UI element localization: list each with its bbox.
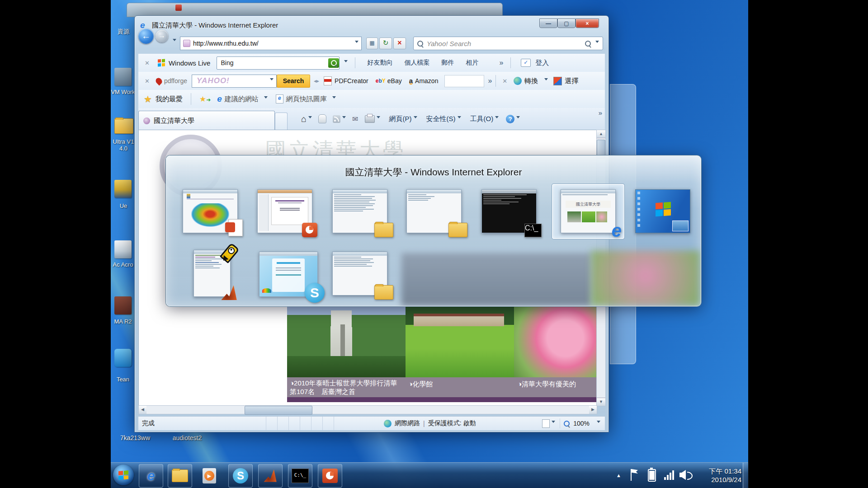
close-toolbar-icon[interactable]: ✕ — [145, 78, 150, 84]
desktop-icon-uestudio[interactable]: Ue — [113, 202, 134, 209]
suggested-sites-button[interactable]: 建議的網站 — [225, 95, 259, 103]
photo-gate[interactable] — [287, 306, 406, 377]
rss-icon[interactable] — [333, 115, 340, 123]
add-favorites-icon[interactable]: ★➜ — [199, 94, 211, 104]
page-menu[interactable]: 網頁(P) — [389, 115, 412, 123]
taskbar-cmd-button[interactable]: C:\_ — [288, 464, 312, 488]
web-slices-dropdown[interactable] — [330, 95, 336, 103]
taskbar-powerpoint-button[interactable] — [318, 464, 342, 488]
acrobat-icon[interactable] — [114, 240, 132, 258]
live-link-friends[interactable]: 好友動向 — [367, 59, 392, 67]
page-menu-dropdown[interactable] — [412, 115, 417, 123]
desktop-icon-matlab[interactable]: MA R2 — [111, 318, 135, 325]
horizontal-scrollbar[interactable]: ◀ ▶ — [138, 405, 597, 414]
minimize-button[interactable]: — — [539, 19, 557, 28]
live-link-mail[interactable]: 郵件 — [441, 59, 454, 67]
forward-button[interactable]: → — [156, 30, 168, 42]
taskbar-matlab-button[interactable] — [258, 464, 283, 488]
addon-overflow-chevron[interactable]: » — [488, 77, 492, 85]
zoom-level[interactable]: 100% — [573, 420, 590, 427]
thumb-internet-explorer[interactable]: 國立清華大學 e — [561, 189, 616, 233]
stop-button[interactable]: × — [393, 38, 406, 49]
photo-caption[interactable]: ◑2010年泰晤士報世界大學排行清華第107名 居臺灣之首 — [287, 377, 406, 397]
desktop-icon-recycle[interactable]: 資源 — [112, 28, 135, 35]
bing-search-button[interactable] — [328, 58, 339, 68]
desktop-icon-vmware[interactable]: VM Work — [111, 89, 135, 95]
address-text[interactable]: http://www.nthu.edu.tw/ — [193, 40, 259, 47]
back-button[interactable]: ← — [138, 28, 154, 44]
live-overflow-chevron[interactable]: » — [499, 59, 503, 67]
bing-search-box[interactable]: Bing — [217, 56, 340, 70]
yahoo-search-box[interactable]: Yahoo! Search — [413, 37, 603, 50]
taskbar-ie-button[interactable]: e — [139, 464, 163, 488]
uestudio-icon[interactable] — [114, 180, 132, 198]
close-button[interactable]: × — [576, 19, 599, 28]
hscroll-thumb[interactable] — [245, 406, 312, 415]
scroll-down-arrow[interactable]: ▼ — [597, 398, 605, 406]
yahoo-combo-box[interactable]: YAHOO! — [192, 75, 277, 88]
address-bar[interactable]: http://www.nthu.edu.tw/ — [180, 37, 362, 50]
taskbar-mediaplayer-button[interactable]: ▶ — [199, 466, 219, 485]
taskbar-skype-button[interactable]: S — [228, 464, 253, 488]
vmware-icon[interactable] — [114, 68, 132, 86]
pdfcreator-button[interactable]: PDFCreator — [335, 77, 368, 84]
select-button[interactable]: 選擇 — [565, 77, 578, 85]
desktop-icon-audiotest2[interactable]: audiotest2 — [162, 435, 212, 441]
convert-dropdown[interactable] — [542, 77, 548, 85]
tools-menu[interactable]: 工具(O) — [470, 115, 494, 123]
thumb-explorer-files[interactable] — [332, 189, 387, 233]
favorites-button[interactable]: 我的最愛 — [156, 95, 183, 103]
volume-icon[interactable] — [679, 470, 693, 480]
printer-icon[interactable] — [365, 115, 375, 123]
hand-icon[interactable] — [318, 114, 326, 123]
bing-search-value[interactable]: Bing — [221, 59, 233, 66]
photo-caption[interactable]: ◑化學館 — [406, 377, 515, 397]
browser-tab[interactable]: 國立清華大學 — [138, 111, 275, 130]
thumb-powerpoint-app[interactable] — [257, 189, 312, 233]
amazon-button[interactable]: Amazon — [415, 77, 438, 84]
desktop-icon-ultraedit[interactable]: Ultra V14.0 — [111, 138, 136, 152]
safety-menu[interactable]: 安全性(S) — [426, 115, 456, 123]
ultraedit-icon[interactable] — [114, 118, 133, 134]
start-button[interactable] — [113, 465, 134, 485]
thumb-skype[interactable]: S — [259, 252, 318, 297]
search-dropdown[interactable] — [594, 39, 599, 47]
page-zoom-icon[interactable] — [542, 419, 550, 428]
thumb-powerpoint-slideshow[interactable] — [183, 189, 238, 233]
compatibility-view-button[interactable]: ▦ — [366, 38, 378, 49]
close-toolbar-icon[interactable]: ✕ — [145, 60, 150, 66]
web-slices-button[interactable]: 網頁快訊圖庫 — [286, 95, 327, 103]
page-zoom-dropdown[interactable] — [550, 420, 555, 427]
command-overflow-chevron[interactable]: » — [599, 109, 602, 117]
network-signal-icon[interactable] — [664, 470, 676, 480]
bing-dropdown[interactable] — [342, 59, 348, 67]
scroll-left-arrow[interactable]: ◀ — [139, 406, 146, 414]
thumb-command-prompt[interactable]: C:\_ — [481, 189, 537, 233]
matlab-desktop-icon[interactable] — [114, 296, 132, 314]
suggested-sites-dropdown[interactable] — [262, 95, 268, 103]
scroll-right-arrow[interactable]: ▶ — [589, 406, 597, 414]
tab-title[interactable]: 國立清華大學 — [154, 117, 194, 125]
tray-expand-icon[interactable]: ▲ — [616, 473, 621, 478]
action-center-flag-icon[interactable] — [631, 469, 638, 481]
home-dropdown[interactable] — [307, 115, 312, 123]
taskbar-clock[interactable]: 下午 01:34 2010/9/24 — [696, 467, 741, 484]
address-dropdown[interactable] — [353, 39, 359, 47]
refresh-button[interactable]: ↻ — [379, 38, 392, 49]
zoom-dropdown[interactable] — [595, 420, 600, 427]
windows-live-label[interactable]: Windows Live — [169, 59, 211, 67]
thumb-explorer-folder-2[interactable] — [332, 252, 387, 296]
thumb-desktop[interactable] — [635, 189, 690, 233]
desktop-icon-7ka213ww[interactable]: 7ka213ww — [113, 435, 158, 441]
yahoo-combo-dropdown[interactable] — [268, 77, 274, 85]
home-icon[interactable]: ⌂ — [301, 114, 307, 124]
show-desktop-button[interactable] — [743, 463, 749, 488]
pdfforge-label[interactable]: pdfforge — [164, 77, 187, 84]
live-link-profile[interactable]: 個人檔案 — [404, 59, 429, 67]
tools-menu-dropdown[interactable] — [493, 115, 499, 123]
battery-icon[interactable] — [648, 469, 656, 482]
signin-button[interactable]: 登入 — [535, 59, 549, 67]
addon-empty-box[interactable] — [444, 75, 484, 87]
desktop-icon-teamviewer[interactable]: Tean — [111, 376, 135, 383]
safety-menu-dropdown[interactable] — [456, 115, 461, 123]
